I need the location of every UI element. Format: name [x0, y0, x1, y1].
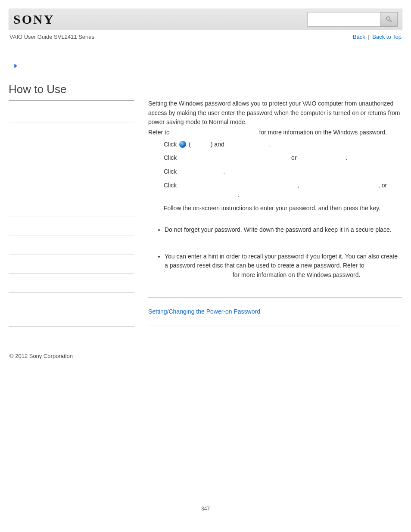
note-item: Do not forget your password. Write down …	[165, 225, 402, 235]
sidebar-item[interactable]	[9, 255, 134, 274]
page-number: 347	[0, 506, 411, 520]
related-topic: Setting/Changing the Power-on Password	[148, 307, 402, 317]
back-to-top-link[interactable]: Back to Top	[372, 34, 402, 40]
notes-list: Do not forget your password. Write down …	[159, 225, 402, 280]
search-button[interactable]	[380, 12, 398, 27]
step-3: Click .	[164, 167, 402, 177]
note-item: You can enter a hint in order to recall …	[165, 252, 402, 280]
divider	[148, 326, 402, 326]
sidebar-item[interactable]	[9, 179, 134, 198]
breadcrumb-chevron	[12, 62, 411, 71]
nav-separator: |	[367, 34, 371, 40]
sidebar-item[interactable]	[9, 308, 134, 327]
content: How to Use Setting the Windows password …	[9, 83, 402, 336]
sony-logo: SONY	[13, 12, 54, 27]
header-bar: SONY	[9, 9, 402, 30]
nav-links: Back | Back to Top	[353, 34, 402, 40]
windows-orb-icon	[179, 141, 186, 148]
back-link[interactable]: Back	[353, 34, 365, 40]
sidebar-item[interactable]	[9, 141, 134, 160]
main-content: Setting the Windows password allows you …	[142, 83, 402, 336]
sidebar-item[interactable]	[9, 274, 134, 293]
footer-copyright: © 2012 Sony Corporation	[9, 353, 402, 359]
guide-title: VAIO User Guide SVL2411 Series	[9, 34, 94, 40]
step-1: Click () and .	[164, 140, 402, 149]
search-input[interactable]	[307, 12, 380, 27]
step-2: Click or .	[164, 153, 402, 163]
sidebar-item[interactable]	[9, 198, 134, 217]
follow-instructions: Follow the on-screen instructions to ent…	[164, 204, 402, 213]
search-icon	[385, 16, 393, 23]
intro-paragraph: Setting the Windows password allows you …	[148, 99, 402, 127]
sidebar-item[interactable]	[9, 236, 134, 255]
chevron-right-icon	[12, 62, 19, 69]
divider	[148, 297, 402, 298]
sidebar-item[interactable]	[9, 217, 134, 236]
search-group	[307, 12, 398, 27]
steps-list: Click () and . Click or . Click . Click …	[164, 140, 402, 199]
sidebar-item[interactable]	[9, 160, 134, 179]
related-link[interactable]: Setting/Changing the Power-on Password	[148, 308, 260, 315]
sidebar: How to Use	[9, 83, 142, 336]
step-4: Click , , or .	[164, 181, 402, 199]
subheader: VAIO User Guide SVL2411 Series Back | Ba…	[9, 34, 402, 40]
refer-line: Refer to for more information on the Win…	[148, 128, 402, 137]
sidebar-heading: How to Use	[9, 83, 134, 101]
sidebar-item[interactable]	[9, 103, 134, 122]
sidebar-item[interactable]	[9, 122, 134, 141]
